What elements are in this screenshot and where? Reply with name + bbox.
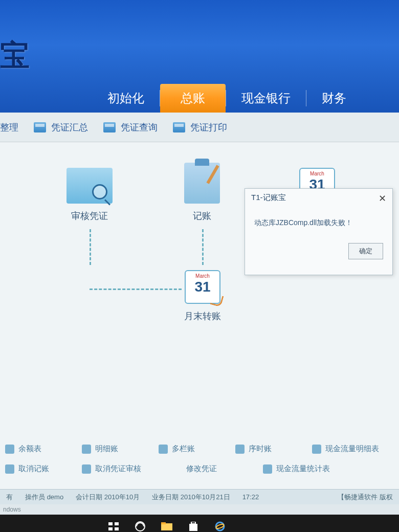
os-watermark: ndows	[0, 504, 399, 515]
task-view-icon[interactable]	[102, 517, 125, 532]
tool-voucher-query-label: 凭证查询	[121, 121, 158, 134]
close-icon[interactable]: ✕	[379, 193, 386, 204]
node-audit-voucher[interactable]: 审核凭证	[66, 168, 113, 222]
tool-voucher-summary[interactable]: 凭证汇总	[34, 121, 88, 134]
report-icon	[312, 445, 321, 454]
tool-voucher-print-label: 凭证打印	[190, 121, 227, 134]
windows-taskbar	[0, 515, 399, 532]
app-title-fragment: 宝	[0, 36, 30, 76]
dialog-message: 动态库JZBComp.dll加载失败！	[245, 208, 392, 238]
link-xushi[interactable]: 序时账	[235, 444, 292, 454]
workspace: March 31 审核凭证 记账 March 31 月末转账 T1-记账宝 ✕ …	[0, 142, 399, 439]
node-book-label: 记账	[184, 210, 220, 222]
svg-rect-0	[108, 522, 113, 525]
ok-button[interactable]: 确定	[348, 243, 383, 259]
print-icon	[173, 122, 185, 132]
svg-rect-8	[191, 522, 195, 524]
tool-organize-label: 整理	[0, 121, 18, 134]
undo-icon	[82, 464, 91, 474]
tool-organize[interactable]: 整理	[0, 121, 18, 134]
edge-browser-icon[interactable]	[129, 517, 151, 532]
flow-connector-v	[202, 229, 204, 265]
svg-rect-7	[189, 524, 197, 531]
flow-connector-h	[90, 289, 182, 290]
status-biz-date: 业务日期 2010年10月21日	[152, 493, 230, 502]
tool-voucher-print[interactable]: 凭证打印	[173, 121, 227, 134]
svg-rect-3	[115, 527, 119, 530]
report-icon	[82, 445, 91, 454]
store-icon[interactable]	[182, 517, 205, 532]
clipboard-pencil-icon	[184, 163, 220, 204]
status-time: 17:22	[242, 493, 259, 501]
status-copyright: 【畅捷通软件 版权	[338, 493, 393, 502]
svg-rect-6	[161, 522, 166, 524]
link-modify-voucher[interactable]: 修改凭证	[186, 464, 242, 474]
status-bar: 有 操作员 demo 会计日期 2010年10月 业务日期 2010年10月21…	[0, 489, 399, 504]
folder-search-icon	[66, 168, 113, 204]
svg-rect-2	[108, 527, 113, 530]
status-left: 有	[6, 493, 13, 502]
node-monthend-label: 月末转账	[184, 310, 221, 322]
report-icon	[5, 445, 14, 454]
tool-voucher-summary-label: 凭证汇总	[51, 121, 88, 134]
nav-init[interactable]: 初始化	[92, 86, 160, 110]
document-icon	[34, 122, 46, 132]
nav-ledger[interactable]: 总账	[160, 84, 226, 113]
calendar-month: March	[186, 271, 219, 279]
tool-voucher-query[interactable]: 凭证查询	[103, 121, 158, 134]
status-operator: 操作员 demo	[25, 493, 63, 502]
status-acct-date: 会计日期 2010年10月	[76, 493, 140, 502]
undo-icon	[5, 464, 14, 474]
svg-rect-5	[161, 523, 172, 530]
ie-browser-icon[interactable]	[209, 517, 231, 532]
flow-connector-v2	[90, 229, 91, 265]
svg-rect-1	[115, 522, 119, 525]
link-cancel-book[interactable]: 取消记账	[5, 464, 61, 474]
report-icon	[263, 464, 272, 474]
node-month-end[interactable]: March 31 月末转账	[184, 270, 221, 322]
app-header: 宝 初始化 总账 现金银行 财务	[0, 0, 399, 113]
report-icon	[159, 445, 168, 454]
link-cashflow-detail[interactable]: 现金流量明细表	[312, 444, 379, 454]
link-multi-column[interactable]: 多栏账	[159, 444, 215, 454]
link-detail-ledger[interactable]: 明细账	[82, 444, 138, 454]
link-cashflow-stats[interactable]: 现金流量统计表	[263, 464, 330, 474]
link-balance-sheet[interactable]: 余额表	[5, 444, 61, 454]
error-dialog: T1-记账宝 ✕ 动态库JZBComp.dll加载失败！ 确定	[245, 188, 393, 275]
file-explorer-icon[interactable]	[156, 517, 178, 532]
calendar-icon: March 31	[185, 270, 220, 304]
link-cancel-audit[interactable]: 取消凭证审核	[82, 464, 141, 474]
bottom-links: 余额表 明细账 多栏账 序时账 现金流量明细表 取消记账 取消凭证审核 修改凭证…	[0, 439, 399, 489]
nav-cash-bank[interactable]: 现金银行	[226, 86, 306, 110]
dialog-title-text: T1-记账宝	[251, 193, 286, 204]
calendar-day: 31	[186, 279, 219, 295]
toolbar: 整理 凭证汇总 凭证查询 凭证打印	[0, 113, 399, 142]
nav-finance[interactable]: 财务	[306, 86, 362, 110]
calendar-month: March	[300, 169, 334, 176]
node-audit-label: 审核凭证	[66, 210, 113, 222]
search-icon	[103, 122, 116, 132]
main-nav: 初始化 总账 现金银行 财务	[0, 84, 399, 113]
node-book[interactable]: 记账	[184, 163, 220, 222]
report-icon	[235, 445, 245, 454]
